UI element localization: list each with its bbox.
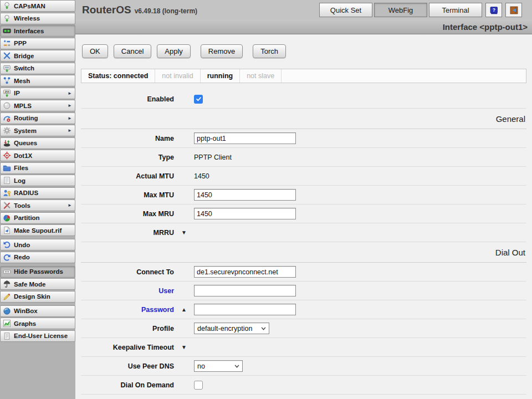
chevron-down-icon: [258, 327, 266, 330]
cancel-button[interactable]: Cancel: [114, 44, 151, 58]
sidebar-item-label: Mesh: [14, 78, 30, 84]
sidebar-item-label: Make Supout.rif: [14, 227, 62, 234]
connect-to-input[interactable]: [194, 266, 296, 278]
sidebar-item-label: CAPsMAN: [14, 3, 45, 9]
sidebar-item-label: IP: [14, 90, 20, 96]
actual-mtu-label: Actual MTU: [81, 172, 174, 180]
sidebar-item-label: Dot1X: [14, 152, 32, 159]
mrru-expand-arrow-icon[interactable]: ▼: [181, 230, 187, 236]
sidebar-item-dot1x[interactable]: Dot1X: [0, 150, 75, 161]
sidebar-item-make-supout[interactable]: Make Supout.rif: [0, 224, 75, 236]
sidebar-item-switch[interactable]: Switch: [0, 63, 75, 74]
sidebar-item-tools[interactable]: Tools ►: [0, 200, 75, 211]
sidebar-item-label: Design Skin: [14, 293, 50, 300]
logout-button[interactable]: [505, 3, 522, 17]
type-value: PPTP Client: [194, 154, 232, 161]
sidebar-item-capsman[interactable]: CAPsMAN: [0, 0, 75, 12]
form-row-mrru: MRRU ▼: [81, 223, 526, 242]
status-not-slave: not slave: [240, 69, 282, 83]
interface-form: Enabled General Name Type PPTP Client Ac…: [81, 90, 526, 395]
max-mtu-input[interactable]: [194, 189, 296, 201]
help-manual-icon: ?: [489, 6, 499, 15]
content: OK Cancel Apply Remove Torch Status: con…: [75, 34, 532, 395]
sidebar-item-files[interactable]: Files: [0, 162, 75, 174]
sidebar-item-winbox[interactable]: WinBox: [0, 305, 75, 317]
sidebar-item-bridge[interactable]: Bridge: [0, 50, 75, 62]
sidebar-item-interfaces[interactable]: Interfaces: [0, 25, 75, 37]
hide-passwords-icon: [3, 268, 11, 276]
enabled-checkbox[interactable]: [194, 95, 203, 104]
password-collapse-arrow-icon[interactable]: ▲: [181, 307, 187, 313]
sidebar-item-ip[interactable]: 255 IP ►: [0, 88, 75, 99]
sidebar-item-radius[interactable]: RADIUS: [0, 187, 75, 199]
ethernet-ports-icon: [3, 27, 11, 35]
keepalive-expand-arrow-icon[interactable]: ▼: [181, 345, 187, 350]
dial-on-demand-label: Dial On Demand: [81, 381, 174, 389]
sidebar-item-label: Undo: [14, 242, 30, 248]
help-manual-button[interactable]: ?: [485, 3, 502, 17]
sidebar-item-design-skin[interactable]: Design Skin: [0, 291, 75, 303]
sidebar-item-ppp[interactable]: PPP: [0, 38, 75, 49]
form-row-actual-mtu: Actual MTU 1450: [81, 167, 526, 186]
folder-icon: [3, 164, 11, 172]
sidebar-item-mesh[interactable]: Mesh: [0, 75, 75, 86]
dot1x-icon: [3, 151, 11, 160]
profile-select[interactable]: default-encryption: [194, 323, 269, 334]
sidebar-item-graphs[interactable]: Graphs: [0, 318, 75, 329]
graphs-icon: [3, 319, 11, 328]
sidebar-item-queues[interactable]: Queues: [0, 137, 75, 149]
routing-icon: [3, 114, 11, 122]
apply-button[interactable]: Apply: [157, 44, 191, 58]
user-input[interactable]: [194, 285, 296, 296]
sidebar-item-label: Hide Passwords: [14, 268, 63, 275]
sidebar-item-label: Safe Mode: [14, 281, 46, 288]
sidebar-item-label: Interfaces: [14, 28, 44, 34]
use-peer-dns-value: no: [197, 362, 205, 370]
sidebar-item-log[interactable]: Log: [0, 175, 75, 186]
remove-button[interactable]: Remove: [201, 44, 243, 58]
form-row-max-mru: Max MRU: [81, 204, 526, 223]
dial-on-demand-checkbox[interactable]: [194, 381, 203, 390]
sidebar-item-safe-mode[interactable]: Safe Mode: [0, 278, 75, 290]
sidebar-item-hide-passwords[interactable]: Hide Passwords: [0, 266, 75, 278]
max-mtu-label: Max MTU: [81, 191, 174, 199]
supout-icon: [3, 226, 11, 234]
password-input[interactable]: [194, 304, 296, 315]
torch-button[interactable]: Torch: [253, 44, 286, 58]
profile-label: Profile: [81, 325, 174, 332]
winbox-icon: [3, 307, 11, 315]
quick-set-button[interactable]: Quick Set: [319, 3, 372, 17]
terminal-button[interactable]: Terminal: [429, 3, 482, 17]
max-mru-input[interactable]: [194, 208, 296, 219]
sidebar-item-wireless[interactable]: Wireless: [0, 13, 75, 24]
ip-icon: 255: [3, 89, 11, 98]
sidebar-item-undo[interactable]: Undo: [0, 239, 75, 250]
user-label: User: [81, 287, 174, 295]
form-row-dial-on-demand: Dial On Demand: [81, 376, 526, 395]
status-bar: Status: connected not invalid running no…: [81, 69, 526, 83]
sidebar-item-mpls[interactable]: MPLS ►: [0, 100, 75, 111]
sidebar-item-label: End-User License: [14, 332, 68, 339]
status-not-invalid: not invalid: [155, 69, 200, 83]
keepalive-timeout-label: Keepalive Timeout: [81, 344, 174, 351]
switch-icon: [3, 64, 11, 73]
sidebar-item-redo[interactable]: Redo: [0, 252, 75, 263]
webfig-button[interactable]: WebFig: [374, 3, 427, 17]
sidebar-item-partition[interactable]: Partition: [0, 212, 75, 224]
sidebar-item-label: WinBox: [14, 308, 38, 314]
sidebar-item-routing[interactable]: Routing ►: [0, 112, 75, 124]
use-peer-dns-select[interactable]: no: [194, 360, 243, 372]
radius-icon: [3, 189, 11, 197]
sidebar-item-system[interactable]: System ►: [0, 125, 75, 136]
ok-button[interactable]: OK: [82, 44, 108, 58]
bridge-icon: [3, 52, 11, 60]
page-title: Interface <pptp-out1>: [443, 22, 528, 32]
sidebar-item-label: RADIUS: [14, 190, 38, 196]
sidebar-item-label: Log: [14, 177, 25, 184]
sidebar-item-end-user-license[interactable]: End-User License: [0, 330, 75, 342]
name-input[interactable]: [194, 132, 296, 144]
sidebar-item-label: Queues: [14, 140, 37, 146]
redo-icon: [3, 253, 11, 262]
section-general: General: [81, 109, 526, 129]
mrru-label: MRRU: [81, 229, 174, 237]
